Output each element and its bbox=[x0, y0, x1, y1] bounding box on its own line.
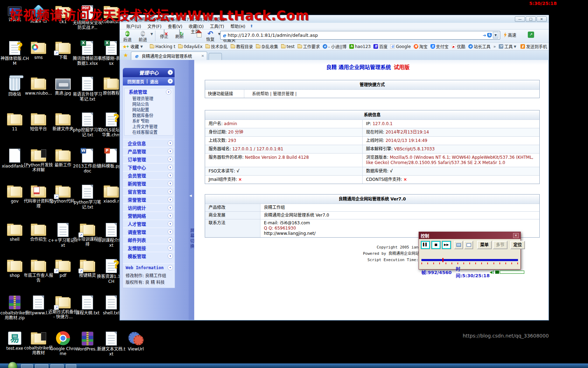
menu-item[interactable]: 收藏(O) bbox=[186, 23, 207, 29]
sidebar-collapse-strip[interactable]: ◀ 屏幕切换 bbox=[189, 60, 194, 320]
favorite-item[interactable]: hhao123 bbox=[348, 44, 372, 49]
start-button[interactable] bbox=[8, 362, 18, 368]
sidebar-subitem[interactable]: 网站公告 bbox=[125, 102, 173, 107]
webinfo-title[interactable]: Web Information « bbox=[123, 264, 175, 272]
taskbar-item[interactable] bbox=[50, 364, 64, 368]
favorites-dropdown[interactable]: ▼ bbox=[140, 45, 143, 48]
address-dropdown[interactable]: ▼ bbox=[493, 32, 498, 39]
menu-button[interactable]: 菜单 bbox=[477, 241, 492, 249]
sidebar-subitem[interactable]: 数据库备份 bbox=[125, 113, 173, 118]
chevron-down-icon[interactable]: » bbox=[168, 141, 173, 146]
sidebar-section[interactable]: 会员管理» bbox=[123, 171, 175, 179]
close-button[interactable]: ✕ bbox=[537, 16, 547, 22]
next-button[interactable]: ▶▶ bbox=[442, 241, 451, 249]
tab-close-icon[interactable]: ✕ bbox=[201, 54, 204, 58]
chevron-down-icon[interactable]: » bbox=[168, 221, 173, 226]
taskbar-item[interactable] bbox=[35, 364, 48, 368]
send-to-phone[interactable]: ▮ 发送到手机 bbox=[519, 43, 548, 49]
speed-mode-button[interactable]: 高速 bbox=[503, 32, 516, 38]
back-button[interactable]: ← 后退 bbox=[120, 29, 135, 42]
sidebar-subitem[interactable]: 上传文件管理 bbox=[125, 124, 173, 130]
sidebar-subitem[interactable]: 系统帮助 bbox=[125, 118, 173, 124]
address-url[interactable]: http://127.0.0.1:81/1/admin/default.asp bbox=[228, 33, 481, 38]
control-close-icon[interactable]: ✕ bbox=[513, 233, 519, 238]
favorites-label[interactable]: 收藏 bbox=[131, 43, 139, 49]
favorite-item[interactable]: test bbox=[280, 44, 296, 49]
home-button[interactable]: 主页 bbox=[187, 29, 203, 34]
sidebar-subitem[interactable]: 网站配置 bbox=[125, 107, 173, 113]
locate-button[interactable]: 定位 bbox=[510, 241, 525, 249]
menu-item[interactable]: 账户(U) bbox=[123, 23, 144, 29]
sidebar-section[interactable]: 订单管理» bbox=[123, 155, 175, 163]
favorite-item[interactable]: 淘淘宝 bbox=[412, 43, 429, 49]
security-shield-icon[interactable]: S bbox=[487, 33, 492, 38]
sidebar-section[interactable]: 调查管理» bbox=[123, 227, 175, 236]
favorite-item[interactable]: 杂乱收集 bbox=[254, 43, 280, 49]
favorite-item[interactable]: 工作要求 bbox=[296, 43, 321, 49]
fullscreen-button[interactable] bbox=[464, 241, 473, 249]
favorite-item[interactable]: 0day&Ex bbox=[177, 44, 204, 49]
chevron-down-icon[interactable]: » bbox=[168, 237, 173, 243]
taskbar-item[interactable] bbox=[21, 364, 33, 368]
menu-item[interactable]: 工具(T) bbox=[207, 23, 227, 29]
tools-menu[interactable]: ⚒ 工具 ▼ bbox=[497, 43, 518, 49]
favorite-item[interactable]: GGoogle bbox=[389, 44, 412, 49]
favorite-item[interactable]: 百百度 bbox=[372, 43, 389, 49]
volume-track[interactable] bbox=[500, 271, 524, 274]
seek-handle[interactable] bbox=[442, 258, 443, 262]
sidebar-subitem[interactable]: 管理员管理 bbox=[125, 96, 173, 102]
sidebar-section[interactable]: 访问统计» bbox=[123, 203, 175, 211]
new-tab-button[interactable] bbox=[209, 53, 222, 60]
stop-button[interactable]: × 停止 bbox=[156, 29, 172, 39]
favorite-item[interactable]: ▶优酷 bbox=[450, 43, 467, 49]
chevron-down-icon[interactable]: » bbox=[168, 173, 173, 178]
up-arrow-icon[interactable]: ⬆ bbox=[250, 24, 253, 28]
sidebar-section[interactable]: 邮件列表» bbox=[123, 236, 175, 244]
chevron-down-icon[interactable]: » bbox=[168, 253, 173, 259]
home-link[interactable]: 回到首页 bbox=[127, 79, 144, 84]
favorite-item[interactable]: 技术杂乱 bbox=[204, 43, 229, 49]
green-tool-icon[interactable]: ↗ bbox=[528, 32, 534, 38]
quick-links[interactable]: 系统帮助 | 管理员管理 | bbox=[244, 90, 297, 98]
refresh-button[interactable]: ↻ 刷新 bbox=[172, 29, 187, 39]
collapse-arrow-icon[interactable]: ◀ bbox=[189, 194, 192, 197]
sidebar-section[interactable]: 模板管理» bbox=[123, 252, 175, 260]
chevron-left-icon[interactable]: « bbox=[168, 79, 173, 84]
sidebar-section[interactable]: 荣誉管理» bbox=[123, 195, 175, 203]
section-title-system[interactable]: 系统管理 » bbox=[125, 88, 173, 96]
chevron-left-icon[interactable]: « bbox=[168, 265, 173, 270]
chevron-down-icon[interactable]: » bbox=[168, 149, 173, 154]
sidebar-section[interactable]: 友情链接» bbox=[123, 244, 175, 252]
stop-playback-button[interactable]: ■ bbox=[431, 241, 441, 249]
chevron-down-icon[interactable]: » bbox=[166, 89, 171, 95]
favorite-item[interactable]: 支支付宝 bbox=[429, 43, 450, 49]
sidebar-section[interactable]: 企业信息» bbox=[123, 139, 175, 147]
tab-favorites-icon[interactable]: ★ bbox=[123, 52, 128, 59]
chevron-down-icon[interactable]: » bbox=[168, 165, 173, 170]
volume-handle[interactable] bbox=[495, 271, 499, 274]
taskbar-item[interactable] bbox=[66, 364, 76, 368]
chevron-down-icon[interactable]: » bbox=[168, 157, 173, 162]
menu-item[interactable]: 文件(F) bbox=[144, 23, 164, 29]
go-icon[interactable]: ➜ bbox=[483, 33, 486, 38]
minimize-button[interactable]: — bbox=[515, 16, 525, 22]
menu-item[interactable]: 查看(V) bbox=[164, 23, 186, 29]
favorite-item[interactable]: Hacking t bbox=[148, 44, 177, 49]
chevron-down-icon[interactable]: » bbox=[168, 197, 173, 202]
favorite-item[interactable]: e- 小迪||博 bbox=[321, 43, 348, 49]
tab-admin-system[interactable]: e 良精通用企业网站管理系统 ✕ bbox=[131, 52, 207, 60]
sidebar-section[interactable]: 新闻管理» bbox=[123, 179, 175, 187]
sidebar-section[interactable]: 下载中心» bbox=[123, 163, 175, 171]
logout-link[interactable]: 退出 bbox=[150, 79, 158, 84]
chevron-down-icon[interactable]: » bbox=[168, 213, 173, 218]
favorite-item[interactable]: e站长工具 bbox=[467, 43, 492, 49]
volume-control[interactable]: ◀╏ bbox=[490, 270, 524, 274]
seek-bar[interactable] bbox=[421, 259, 518, 261]
sidebar-subitem[interactable]: 在线客服设置 bbox=[125, 130, 173, 135]
desktop-icon[interactable]: ViewUrl bbox=[121, 330, 150, 352]
forward-button[interactable]: → 前进 bbox=[135, 29, 150, 42]
fit-window-button[interactable] bbox=[454, 241, 463, 249]
address-bar[interactable]: e http://127.0.0.1:81/1/admin/default.as… bbox=[220, 31, 500, 40]
sidebar-section[interactable]: 营销网络» bbox=[123, 211, 175, 219]
restore-button[interactable]: ↶ 恢复 bbox=[203, 29, 218, 42]
